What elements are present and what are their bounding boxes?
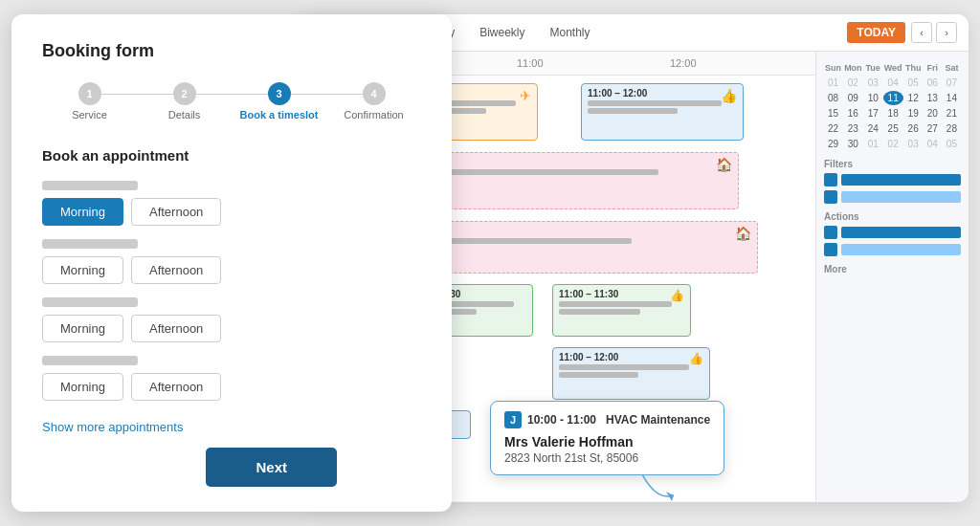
morning-button-4[interactable]: Morning bbox=[42, 373, 123, 401]
booking-form: Booking form 1 Service 2 Details 3 Book … bbox=[11, 14, 452, 512]
filter-icon-1 bbox=[824, 173, 837, 186]
step-label-details: Details bbox=[168, 109, 201, 121]
next-arrow[interactable]: › bbox=[936, 22, 957, 43]
book-appointment-title: Book an appointment bbox=[42, 147, 421, 164]
step-label-timeslot: Book a timeslot bbox=[240, 109, 319, 121]
cal-day-3[interactable]: 03 bbox=[864, 76, 882, 90]
cal-day-17[interactable]: 17 bbox=[864, 106, 882, 121]
cal-day-9[interactable]: 09 bbox=[843, 91, 863, 105]
cal-day-23[interactable]: 23 bbox=[843, 121, 863, 136]
cal-day-1[interactable]: 01 bbox=[824, 76, 842, 90]
appt-text-2a bbox=[588, 100, 722, 106]
step-label-confirmation: Confirmation bbox=[344, 109, 403, 121]
cal-day-8[interactable]: 08 bbox=[824, 91, 842, 105]
actions-section: Actions bbox=[824, 211, 961, 256]
cal-day-31[interactable]: 01 bbox=[864, 137, 882, 151]
more-label: More bbox=[824, 264, 961, 274]
cal-day-6[interactable]: 06 bbox=[924, 76, 942, 90]
morning-button-2[interactable]: Morning bbox=[42, 256, 123, 284]
cal-day-28[interactable]: 28 bbox=[943, 121, 961, 136]
today-button[interactable]: TODAY bbox=[847, 22, 905, 43]
filter-bar-2 bbox=[841, 191, 961, 203]
step-circle-1: 1 bbox=[78, 82, 101, 105]
cal-header-tue: Tue bbox=[864, 61, 882, 75]
cal-day-26[interactable]: 26 bbox=[904, 121, 923, 136]
cal-day-33[interactable]: 03 bbox=[904, 137, 923, 151]
step-details: 2 Details bbox=[137, 82, 232, 121]
filters-label: Filters bbox=[824, 159, 961, 169]
appointment-card-6[interactable]: 11:00 – 11:30 👍 bbox=[552, 284, 691, 337]
date-placeholder-3 bbox=[42, 297, 138, 307]
prev-arrow[interactable]: ‹ bbox=[911, 22, 932, 43]
cal-day-32[interactable]: 02 bbox=[883, 137, 903, 151]
step-circle-4: 4 bbox=[363, 82, 386, 105]
steps-indicator: 1 Service 2 Details 3 Book a timeslot 4 … bbox=[42, 82, 421, 121]
cal-header-thu: Thu bbox=[904, 61, 923, 75]
filter-icon-2 bbox=[824, 190, 837, 204]
cal-day-18[interactable]: 18 bbox=[883, 106, 903, 121]
appt-text-7b bbox=[559, 372, 638, 378]
right-panel: Sun Mon Tue Wed Thu Fri Sat 01 02 03 04 … bbox=[815, 52, 969, 501]
appt-text-2b bbox=[588, 108, 678, 114]
cal-day-34[interactable]: 04 bbox=[924, 137, 942, 151]
cal-day-7[interactable]: 07 bbox=[943, 76, 961, 90]
cal-day-29[interactable]: 29 bbox=[824, 137, 842, 151]
tab-biweekly[interactable]: Biweekly bbox=[470, 22, 534, 43]
appointment-tooltip: J 10:00 - 11:00 HVAC Maintenance Mrs Val… bbox=[490, 401, 724, 475]
tab-monthly[interactable]: Monthly bbox=[541, 22, 600, 43]
cal-day-25[interactable]: 25 bbox=[883, 121, 903, 136]
afternoon-button-4[interactable]: Afternoon bbox=[131, 373, 221, 401]
cal-day-21[interactable]: 21 bbox=[943, 106, 961, 121]
cal-day-11[interactable]: 11 bbox=[883, 91, 903, 105]
action-bar-1 bbox=[841, 227, 961, 238]
cal-header-mon: Mon bbox=[843, 61, 863, 75]
morning-button-3[interactable]: Morning bbox=[42, 315, 123, 342]
show-more-link[interactable]: Show more appointments bbox=[42, 420, 183, 434]
afternoon-button-2[interactable]: Afternoon bbox=[131, 256, 221, 284]
cal-day-24[interactable]: 24 bbox=[864, 121, 882, 136]
cal-day-15[interactable]: 15 bbox=[824, 106, 842, 121]
filters-section: Filters bbox=[824, 159, 961, 204]
afternoon-button-1[interactable]: Afternoon bbox=[131, 198, 221, 226]
date-placeholder-1 bbox=[42, 181, 138, 190]
mini-calendar: Sun Mon Tue Wed Thu Fri Sat 01 02 03 04 … bbox=[824, 61, 961, 151]
action-row-1 bbox=[824, 226, 961, 239]
cal-day-30[interactable]: 30 bbox=[843, 137, 863, 151]
action-row-2 bbox=[824, 243, 961, 256]
step-timeslot: 3 Book a timeslot bbox=[232, 82, 326, 121]
appt-time-7: 11:00 – 12:00 bbox=[559, 352, 703, 362]
cal-day-14[interactable]: 14 bbox=[943, 91, 961, 105]
tooltip-badge: J bbox=[504, 411, 522, 428]
appointment-card-2[interactable]: 11:00 – 12:00 👍 bbox=[581, 83, 744, 141]
cal-day-20[interactable]: 20 bbox=[924, 106, 942, 121]
cal-header-sun: Sun bbox=[824, 61, 842, 75]
tooltip-arrow-icon bbox=[637, 474, 676, 502]
cal-header-wed: Wed bbox=[883, 61, 903, 75]
afternoon-button-3[interactable]: Afternoon bbox=[131, 315, 221, 342]
cal-day-13[interactable]: 13 bbox=[924, 91, 942, 105]
step-service: 1 Service bbox=[42, 82, 137, 121]
time-1100: 11:00 bbox=[509, 55, 662, 71]
appointment-row-3: Morning Afternoon bbox=[42, 297, 421, 342]
cal-day-35[interactable]: 05 bbox=[943, 137, 961, 151]
appt-text-6a bbox=[559, 301, 672, 307]
cal-day-22[interactable]: 22 bbox=[824, 121, 842, 136]
cal-day-12[interactable]: 12 bbox=[904, 91, 923, 105]
appt-text-7a bbox=[559, 364, 689, 370]
cal-day-2[interactable]: 02 bbox=[843, 76, 863, 90]
tooltip-customer-name: Mrs Valerie Hoffman bbox=[504, 434, 710, 449]
morning-button-1[interactable]: Morning bbox=[42, 198, 123, 226]
cal-day-4[interactable]: 04 bbox=[883, 76, 903, 90]
appointment-card-7[interactable]: 11:00 – 12:00 👍 bbox=[552, 347, 710, 400]
action-icon-1 bbox=[824, 226, 837, 239]
timeslot-buttons-1: Morning Afternoon bbox=[42, 198, 421, 226]
cal-day-19[interactable]: 19 bbox=[904, 106, 923, 121]
cal-day-10[interactable]: 10 bbox=[864, 91, 882, 105]
appointment-row-2: Morning Afternoon bbox=[42, 239, 421, 284]
next-button[interactable]: Next bbox=[206, 448, 337, 487]
cal-day-5[interactable]: 05 bbox=[904, 76, 923, 90]
tooltip-title-row: J 10:00 - 11:00 HVAC Maintenance bbox=[504, 411, 710, 428]
step-label-service: Service bbox=[72, 109, 107, 121]
cal-day-16[interactable]: 16 bbox=[843, 106, 863, 121]
cal-day-27[interactable]: 27 bbox=[924, 121, 942, 136]
